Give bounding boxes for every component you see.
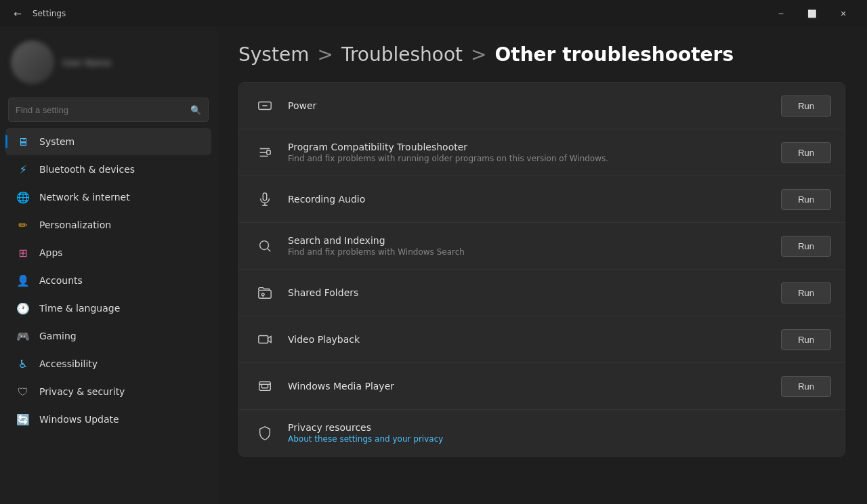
nav-label-bluetooth: Bluetooth & devices bbox=[39, 164, 135, 175]
user-profile[interactable]: User Name bbox=[0, 33, 217, 95]
ts-icon-program-compat bbox=[253, 140, 277, 165]
user-name: User Name bbox=[62, 58, 111, 68]
svg-rect-14 bbox=[259, 336, 268, 343]
ts-item-privacy-resources: Privacy resourcesAbout these settings an… bbox=[239, 410, 845, 456]
avatar bbox=[11, 41, 54, 84]
ts-desc-search-indexing: Find and fix problems with Windows Searc… bbox=[288, 247, 770, 257]
ts-item-windows-media: Windows Media PlayerRun bbox=[239, 363, 845, 410]
ts-info-windows-media: Windows Media Player bbox=[288, 381, 770, 392]
ts-item-video-playback: Video PlaybackRun bbox=[239, 316, 845, 363]
ts-name-recording-audio: Recording Audio bbox=[288, 194, 770, 205]
ts-info-program-compat: Program Compatibility TroubleshooterFind… bbox=[288, 142, 770, 163]
ts-item-shared-folders: Shared FoldersRun bbox=[239, 270, 845, 316]
sidebar-item-gaming[interactable]: 🎮 Gaming bbox=[5, 322, 211, 350]
minimize-button[interactable]: ─ bbox=[765, 3, 797, 24]
run-button-recording-audio[interactable]: Run bbox=[781, 189, 831, 210]
sidebar-item-system[interactable]: 🖥 System bbox=[5, 128, 211, 155]
ts-name-program-compat: Program Compatibility Troubleshooter bbox=[288, 142, 770, 152]
run-button-shared-folders[interactable]: Run bbox=[781, 282, 831, 303]
sidebar-item-accessibility[interactable]: ♿ Accessibility bbox=[5, 350, 211, 377]
ts-info-video-playback: Video Playback bbox=[288, 334, 770, 345]
search-box[interactable]: 🔍 bbox=[8, 98, 209, 122]
back-button[interactable]: ← bbox=[8, 4, 27, 23]
breadcrumb-current: Other troubleshooters bbox=[494, 43, 734, 66]
ts-desc-program-compat: Find and fix problems with running older… bbox=[288, 154, 770, 163]
nav-label-accessibility: Accessibility bbox=[39, 358, 98, 369]
nav-label-apps: Apps bbox=[39, 247, 63, 258]
breadcrumb-troubleshoot[interactable]: Troubleshoot bbox=[341, 43, 463, 66]
sidebar: User Name 🔍 🖥 System ⚡ Bluetooth & devic… bbox=[0, 27, 217, 504]
ts-item-search-indexing: Search and IndexingFind and fix problems… bbox=[239, 223, 845, 270]
ts-info-privacy-resources: Privacy resourcesAbout these settings an… bbox=[288, 422, 831, 444]
search-icon: 🔍 bbox=[190, 105, 201, 115]
sidebar-item-network[interactable]: 🌐 Network & internet bbox=[5, 184, 211, 211]
nav-list: 🖥 System ⚡ Bluetooth & devices 🌐 Network… bbox=[0, 127, 217, 434]
close-button[interactable]: ✕ bbox=[828, 3, 859, 24]
sidebar-item-time[interactable]: 🕐 Time & language bbox=[5, 295, 211, 322]
ts-name-search-indexing: Search and Indexing bbox=[288, 235, 770, 246]
nav-label-gaming: Gaming bbox=[39, 331, 77, 341]
ts-icon-search-indexing bbox=[253, 234, 277, 258]
ts-item-recording-audio: Recording AudioRun bbox=[239, 176, 845, 223]
ts-icon-recording-audio bbox=[253, 187, 277, 211]
ts-link-privacy-resources[interactable]: About these settings and your privacy bbox=[288, 434, 831, 444]
nav-icon-accounts: 👤 bbox=[16, 274, 30, 287]
nav-icon-system: 🖥 bbox=[16, 135, 30, 148]
ts-item-program-compat: Program Compatibility TroubleshooterFind… bbox=[239, 129, 845, 176]
nav-icon-windowsupdate: 🔄 bbox=[16, 413, 30, 426]
sidebar-item-personalization[interactable]: ✏ Personalization bbox=[5, 211, 211, 238]
ts-name-windows-media: Windows Media Player bbox=[288, 381, 770, 392]
breadcrumb-sep2: > bbox=[471, 43, 486, 66]
nav-label-accounts: Accounts bbox=[39, 275, 83, 286]
sidebar-item-windowsupdate[interactable]: 🔄 Windows Update bbox=[5, 406, 211, 433]
ts-icon-windows-media bbox=[253, 374, 277, 398]
ts-info-search-indexing: Search and IndexingFind and fix problems… bbox=[288, 235, 770, 257]
nav-label-personalization: Personalization bbox=[39, 219, 111, 230]
ts-icon-shared-folders bbox=[253, 280, 277, 305]
troubleshooter-list: PowerRun Program Compatibility Troublesh… bbox=[238, 82, 845, 457]
ts-info-recording-audio: Recording Audio bbox=[288, 194, 770, 205]
ts-name-shared-folders: Shared Folders bbox=[288, 287, 770, 298]
nav-icon-network: 🌐 bbox=[16, 190, 30, 204]
nav-label-windowsupdate: Windows Update bbox=[39, 414, 119, 425]
titlebar: ← Settings ─ ⬜ ✕ bbox=[0, 0, 867, 27]
run-button-video-playback[interactable]: Run bbox=[781, 329, 831, 350]
breadcrumb-system[interactable]: System bbox=[238, 43, 309, 66]
ts-name-power: Power bbox=[288, 100, 770, 111]
nav-icon-gaming: 🎮 bbox=[16, 329, 30, 343]
nav-label-privacy: Privacy & security bbox=[39, 386, 125, 397]
sidebar-item-bluetooth[interactable]: ⚡ Bluetooth & devices bbox=[5, 156, 211, 183]
breadcrumb: System > Troubleshoot > Other troublesho… bbox=[238, 43, 845, 66]
svg-rect-11 bbox=[259, 290, 271, 298]
ts-icon-privacy-resources bbox=[253, 421, 277, 445]
breadcrumb-sep1: > bbox=[317, 43, 333, 66]
maximize-button[interactable]: ⬜ bbox=[797, 3, 828, 24]
run-button-program-compat[interactable]: Run bbox=[781, 142, 831, 163]
nav-icon-personalization: ✏ bbox=[16, 218, 30, 232]
nav-icon-privacy: 🛡 bbox=[16, 385, 30, 398]
sidebar-item-apps[interactable]: ⊞ Apps bbox=[5, 239, 211, 266]
svg-rect-15 bbox=[259, 382, 271, 391]
nav-label-network: Network & internet bbox=[39, 192, 130, 203]
ts-name-video-playback: Video Playback bbox=[288, 334, 770, 345]
run-button-power[interactable]: Run bbox=[781, 96, 831, 117]
svg-rect-5 bbox=[267, 150, 271, 154]
ts-info-shared-folders: Shared Folders bbox=[288, 287, 770, 298]
app-body: User Name 🔍 🖥 System ⚡ Bluetooth & devic… bbox=[0, 27, 867, 504]
window-controls: ─ ⬜ ✕ bbox=[765, 3, 859, 24]
nav-label-time: Time & language bbox=[39, 303, 120, 314]
search-input[interactable] bbox=[16, 105, 190, 115]
content-area: System > Troubleshoot > Other troublesho… bbox=[217, 27, 867, 504]
app-title: Settings bbox=[33, 9, 66, 18]
nav-icon-time: 🕐 bbox=[16, 301, 30, 315]
sidebar-item-accounts[interactable]: 👤 Accounts bbox=[5, 267, 211, 294]
svg-rect-16 bbox=[261, 384, 268, 388]
ts-icon-power bbox=[253, 93, 277, 118]
run-button-windows-media[interactable]: Run bbox=[781, 376, 831, 397]
svg-line-10 bbox=[268, 249, 270, 251]
svg-point-12 bbox=[261, 293, 264, 296]
sidebar-item-privacy[interactable]: 🛡 Privacy & security bbox=[5, 378, 211, 405]
nav-icon-bluetooth: ⚡ bbox=[16, 163, 30, 176]
nav-icon-apps: ⊞ bbox=[16, 246, 30, 259]
run-button-search-indexing[interactable]: Run bbox=[781, 236, 831, 257]
